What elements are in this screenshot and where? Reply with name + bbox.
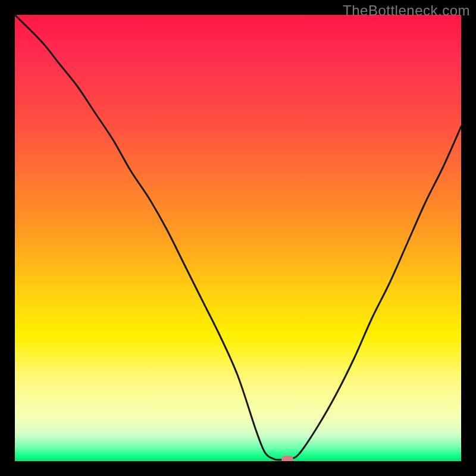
bottleneck-curve [15,15,461,461]
chart-frame: TheBottleneck.com [0,0,476,476]
curve-path [15,15,461,460]
optimum-marker [281,456,293,461]
plot-area [15,15,461,461]
watermark-text: TheBottleneck.com [343,2,470,19]
